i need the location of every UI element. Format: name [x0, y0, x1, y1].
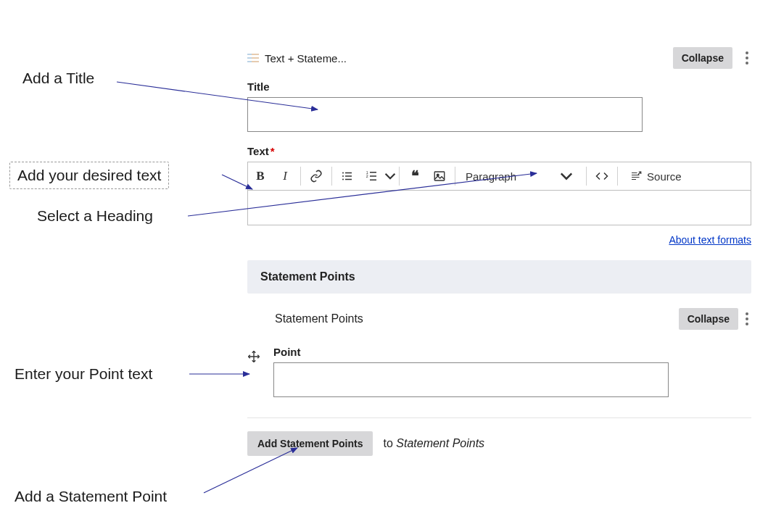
format-dropdown[interactable]: Paragraph — [458, 164, 583, 188]
title-field: Title — [247, 80, 751, 132]
divider — [247, 417, 751, 418]
text-label: Text* — [247, 145, 751, 157]
about-formats-container: About text formats — [247, 234, 751, 246]
annotation-statement: Add a Statement Point — [15, 488, 167, 505]
source-label: Source — [647, 170, 682, 183]
image-button[interactable] — [427, 164, 452, 188]
statement-points-block: Statement Points Collapse Point Add Stat… — [247, 308, 751, 456]
text-label-text: Text — [247, 145, 269, 157]
add-statement-points-button[interactable]: Add Statement Points — [247, 431, 373, 456]
add-to-label: to Statement Points — [383, 437, 484, 450]
svg-point-7 — [342, 175, 344, 177]
chevron-down-icon — [560, 170, 573, 183]
italic-button[interactable]: I — [273, 164, 297, 188]
format-dropdown-label: Paragraph — [466, 170, 516, 183]
title-input[interactable] — [247, 97, 643, 132]
annotation-point: Enter your Point text — [15, 365, 152, 383]
collapse-button[interactable]: Collapse — [673, 47, 732, 69]
numbered-list-button[interactable]: 12 — [360, 164, 384, 188]
block-header: Text + Stateme... Collapse — [247, 47, 751, 69]
point-label: Point — [273, 346, 669, 358]
point-row: Point — [247, 346, 751, 397]
text-field: Text* B I 12 ❝ — [247, 145, 751, 246]
svg-point-8 — [342, 179, 344, 180]
source-icon — [629, 170, 643, 183]
more-menu-icon[interactable] — [746, 51, 748, 65]
block-name: Text + Stateme... — [265, 52, 347, 65]
point-input[interactable] — [273, 362, 669, 397]
point-field: Point — [273, 346, 669, 397]
svg-rect-10 — [345, 175, 352, 177]
statement-points-subtitle: Statement Points — [275, 312, 363, 325]
move-handle-icon[interactable] — [247, 350, 260, 397]
editor-toolbar: B I 12 ❝ Paragr — [247, 162, 751, 191]
svg-text:2: 2 — [366, 174, 368, 178]
svg-point-6 — [342, 173, 344, 174]
form-area: Text + Stateme... Collapse Title Text* B… — [247, 47, 751, 456]
svg-rect-9 — [345, 173, 352, 174]
list-dropdown-icon[interactable] — [384, 164, 396, 188]
collapse-points-button[interactable]: Collapse — [679, 308, 738, 330]
svg-rect-17 — [434, 172, 445, 180]
statement-points-header: Statement Points — [247, 260, 751, 294]
statement-points-subheader: Statement Points Collapse — [247, 308, 751, 330]
add-statement-row: Add Statement Points to Statement Points — [247, 431, 751, 456]
svg-rect-14 — [370, 172, 376, 173]
points-more-menu-icon[interactable] — [746, 312, 748, 325]
svg-rect-15 — [370, 175, 376, 177]
title-label: Title — [247, 80, 751, 93]
bold-button[interactable]: B — [248, 164, 273, 188]
svg-rect-11 — [345, 179, 352, 180]
svg-rect-16 — [370, 180, 376, 181]
about-text-formats-link[interactable]: About text formats — [669, 234, 751, 246]
source-button[interactable]: Source — [621, 164, 690, 188]
code-button[interactable] — [590, 164, 614, 188]
drag-handle-icon[interactable] — [247, 54, 259, 62]
link-button[interactable] — [304, 164, 329, 188]
required-asterisk: * — [271, 145, 275, 157]
annotation-text: Add your desired text — [9, 162, 169, 189]
blockquote-button[interactable]: ❝ — [402, 164, 427, 188]
editor-body[interactable] — [247, 191, 751, 225]
annotation-heading: Select a Heading — [37, 207, 153, 225]
annotation-title: Add a Title — [22, 70, 94, 87]
bullet-list-button[interactable] — [335, 164, 360, 188]
